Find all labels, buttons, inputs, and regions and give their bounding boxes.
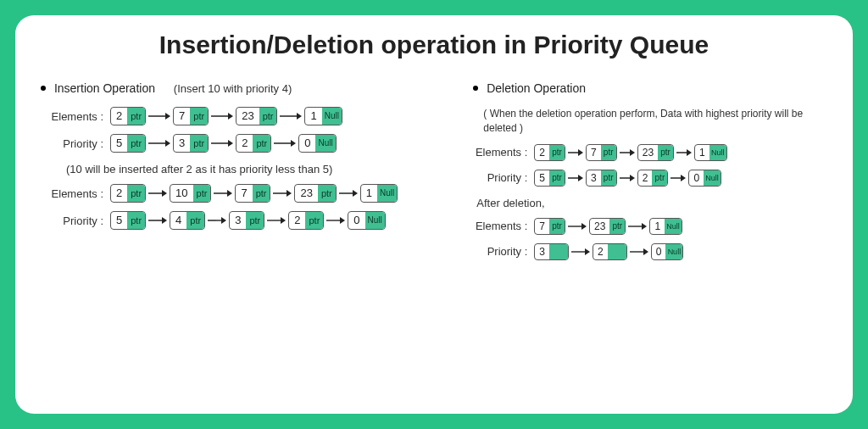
node-ptr: ptr (601, 170, 616, 186)
svg-marker-1 (165, 113, 170, 120)
page-title: Insertion/Deletion operation in Priority… (41, 31, 827, 59)
svg-marker-19 (353, 190, 358, 197)
node-value: 0 (652, 244, 666, 259)
arrow-icon (668, 174, 688, 182)
svg-marker-43 (642, 223, 647, 230)
node-ptr-blank (549, 244, 568, 259)
linked-list-node: 7ptr (534, 218, 565, 235)
node-ptr: ptr (190, 108, 208, 125)
linked-list-node: 0Null (298, 134, 336, 153)
svg-marker-37 (630, 175, 635, 181)
linked-list-node: 5ptr (534, 170, 565, 187)
svg-marker-5 (297, 113, 302, 120)
arrow-icon (271, 139, 298, 148)
node-ptr: ptr (246, 212, 264, 229)
svg-marker-41 (581, 223, 587, 230)
node-value: 0 (689, 170, 704, 186)
svg-marker-15 (227, 190, 232, 197)
arrow-icon (337, 189, 360, 198)
deletion-after-elements-row: Elements : 7ptr23ptr1Null (473, 218, 827, 235)
node-ptr: ptr (609, 219, 625, 234)
node-ptr: ptr (305, 212, 323, 229)
svg-marker-47 (643, 248, 648, 255)
node-ptr: ptr (253, 185, 270, 202)
linked-list-node: 3 (534, 243, 569, 260)
linked-list-node: 1Null (360, 184, 398, 203)
node-value: 7 (174, 108, 190, 125)
node-value: 7 (587, 145, 601, 160)
insertion-header-hint: (Insert 10 with priority 4) (174, 82, 292, 95)
arrow-icon (146, 216, 170, 225)
linked-list-node: 3ptr (229, 211, 264, 230)
diagram-card: Insertion/Deletion operation in Priority… (15, 15, 853, 414)
node-ptr: ptr (253, 135, 270, 152)
node-null: Null (665, 219, 682, 234)
linked-list-node: 2ptr (288, 211, 324, 230)
arrow-icon (569, 248, 593, 256)
node-value: 3 (230, 212, 246, 229)
row-label-elements: Elements : (473, 220, 534, 232)
insertion-after-priority-row: Priority : 5ptr4ptr3ptr2ptr0Null (41, 211, 448, 230)
svg-marker-39 (681, 175, 686, 181)
linked-list-node: 23ptr (236, 107, 277, 125)
linked-list-node: 4ptr (170, 211, 205, 230)
node-value: 2 (236, 135, 253, 152)
node-value: 7 (236, 185, 252, 202)
arrow-icon (565, 222, 589, 231)
node-value: 23 (638, 145, 658, 160)
svg-marker-3 (228, 113, 233, 120)
arrow-icon (205, 216, 229, 225)
row-label-elements: Elements : (41, 110, 110, 123)
node-null: Null (365, 212, 385, 229)
node-value: 1 (305, 108, 321, 125)
arrow-icon (626, 222, 649, 231)
linked-list-node: 7ptr (173, 107, 209, 125)
insertion-header-name: Insertion Operation (54, 81, 155, 95)
chain: 7ptr23ptr1Null (534, 218, 682, 235)
chain: 5ptr4ptr3ptr2ptr0Null (110, 211, 386, 230)
linked-list-node: 23ptr (294, 184, 336, 203)
insertion-after-elements-row: Elements : 2ptr10ptr7ptr23ptr1Null (41, 184, 448, 203)
row-label-elements: Elements : (41, 187, 110, 200)
linked-list-node: 10ptr (170, 184, 211, 203)
linked-list-node: 0Null (348, 211, 385, 230)
deletion-after-priority-row: Priority : 320Null (473, 243, 827, 260)
node-value: 3 (535, 244, 549, 259)
linked-list-node: 3ptr (586, 170, 617, 187)
insertion-before-elements-row: Elements : 2ptr7ptr23ptr1Null (41, 107, 448, 125)
linked-list-node: 2ptr (110, 107, 146, 125)
insertion-column: Insertion Operation (Insert 10 with prio… (41, 81, 448, 269)
deletion-header-name: Deletion Operation (487, 81, 586, 95)
insertion-note: (10 will be inserted after 2 as it has p… (66, 163, 448, 176)
arrow-icon (270, 189, 294, 198)
svg-marker-29 (578, 149, 583, 156)
linked-list-node: 2 (593, 243, 627, 260)
chain: 2ptr7ptr23ptr1Null (110, 107, 342, 125)
node-value: 5 (111, 212, 127, 229)
linked-list-node: 3ptr (173, 134, 209, 153)
linked-list-node: 2ptr (110, 184, 146, 203)
svg-marker-25 (281, 217, 286, 224)
node-value: 23 (295, 185, 317, 202)
node-ptr: ptr (549, 219, 565, 234)
arrow-icon (674, 148, 694, 157)
node-value: 2 (289, 212, 305, 229)
arrow-icon (146, 189, 170, 198)
linked-list-node: 7ptr (235, 184, 270, 203)
row-label-priority: Priority : (473, 171, 534, 184)
svg-marker-11 (291, 140, 296, 147)
columns: Insertion Operation (Insert 10 with prio… (41, 81, 827, 269)
node-ptr: ptr (549, 170, 565, 186)
deletion-subnote: ( When the deletion operation perform, D… (483, 107, 827, 136)
chain: 2ptr7ptr23ptr1Null (534, 144, 726, 161)
linked-list-node: 0Null (651, 243, 684, 260)
node-ptr: ptr (127, 108, 145, 125)
node-ptr: ptr (601, 145, 616, 160)
node-value: 2 (111, 185, 127, 202)
deletion-column: Deletion Operation ( When the deletion o… (473, 81, 827, 269)
node-value: 4 (170, 212, 186, 229)
deletion-header: Deletion Operation (473, 81, 827, 95)
node-null: Null (322, 108, 342, 125)
node-ptr: ptr (186, 212, 204, 229)
arrow-icon (617, 174, 637, 182)
